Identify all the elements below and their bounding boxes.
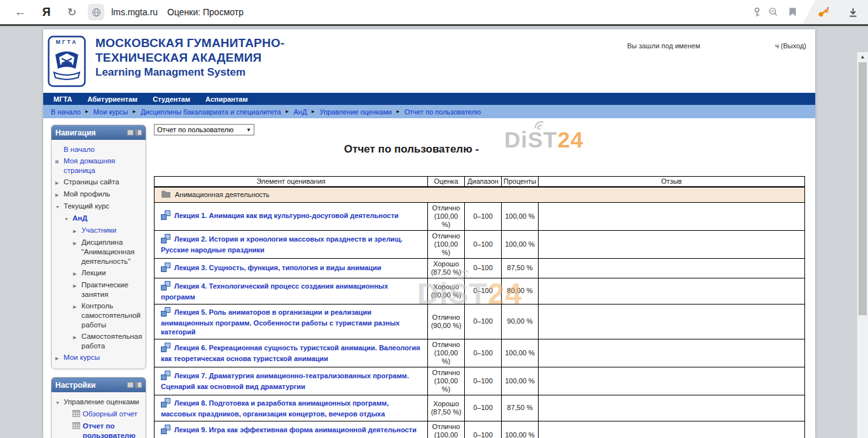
breadcrumb-link[interactable]: Дисциплины бакалавриата и специалитета <box>141 108 281 116</box>
navigation-item[interactable]: ▶Участники <box>55 224 143 236</box>
feedback-cell <box>539 230 805 258</box>
column-header: Оценка <box>428 177 465 187</box>
navigation-item[interactable]: В начало <box>55 144 143 155</box>
report-type-select[interactable]: Отчет по пользователю ▼ <box>154 124 254 135</box>
column-header: Отзыв <box>539 177 805 187</box>
navigation-item[interactable]: ▼АнД <box>55 212 143 224</box>
item-link[interactable]: Лекция 1. Анимация как вид культурно-дос… <box>174 212 399 219</box>
item-link[interactable]: Лекция 8. Подготовка и разработка анимац… <box>161 399 389 418</box>
grade-item-row: Лекция 5. Роль аниматоров в организации … <box>155 304 805 339</box>
report-select-value: Отчет по пользователю <box>157 126 246 133</box>
down-marker-icon[interactable]: ▼ <box>55 397 64 407</box>
yandex-logo[interactable]: Я <box>38 0 55 24</box>
navigation-block-header: Навигация <box>52 125 146 140</box>
breadcrumb-separator: ► <box>311 109 316 114</box>
right-marker-icon[interactable]: ▶ <box>73 268 81 278</box>
collapse-block-icon[interactable] <box>127 130 134 135</box>
navigation-block-title: Навигация <box>55 128 125 137</box>
navigation-item: ▶Практические занятия <box>55 279 143 300</box>
right-marker-icon[interactable]: ▶ <box>73 238 81 266</box>
bookmark-icon[interactable] <box>786 0 799 24</box>
nav-tab-студентам[interactable]: Студентам <box>153 95 190 103</box>
right-marker-icon[interactable]: ▶ <box>73 301 81 330</box>
settings-item[interactable]: Отчет по пользователю <box>55 420 143 438</box>
grade-cell: Отлично (90,00 %) <box>428 304 465 339</box>
percent-cell: 80,00 % <box>502 278 539 304</box>
navigation-item[interactable]: Моя домашняя страница <box>55 155 143 176</box>
item-link[interactable]: Лекция 6. Рекреационная сущность туристс… <box>161 344 420 362</box>
percent-cell: 100,00 % <box>502 421 539 438</box>
right-marker-icon[interactable]: ▶ <box>73 226 81 236</box>
academy-name-line1: МОСКОВСКАЯ ГУМАНИТАРНО- <box>95 36 284 50</box>
dock-block-icon[interactable] <box>135 130 142 135</box>
settings-item[interactable]: Обзорный отчет <box>55 408 143 420</box>
breadcrumb-link[interactable]: Управление оценками <box>320 108 392 116</box>
item-link[interactable]: Лекция 2. История и хронология массовых … <box>161 235 403 254</box>
key-icon[interactable] <box>750 0 763 24</box>
right-marker-icon[interactable]: ▶ <box>55 353 64 363</box>
back-icon[interactable]: ← <box>11 0 29 24</box>
right-marker-icon[interactable]: ▶ <box>55 189 64 200</box>
logout-link[interactable]: ч (Выход) <box>775 42 806 50</box>
site-page: МГТА МОСКОВСКАЯ ГУМАНИТАРНО- ТЕХНИЧЕСКАЯ… <box>43 29 815 438</box>
grade-item-row: Лекция 8. Подготовка и разработка анимац… <box>155 395 805 421</box>
item-name-cell: Лекция 4. Технологический процесс создан… <box>155 278 428 304</box>
no-marker <box>55 145 64 154</box>
item-link[interactable]: Лекция 5. Роль аниматоров в организации … <box>161 308 400 336</box>
vertical-scrollbar[interactable]: ▲ ▼ <box>857 52 868 438</box>
range-cell: 0–100 <box>465 395 502 421</box>
grade-cell: Отлично (100,00 %) <box>428 339 465 367</box>
nav-tab-мгта[interactable]: МГТА <box>53 95 72 103</box>
breadcrumb-link[interactable]: В начало <box>51 108 81 116</box>
item-link[interactable]: Лекция 3. Сущность, функция, типология и… <box>174 264 382 271</box>
navigation-item: ▶Дисциплина "Анимационная деятельность" <box>55 236 143 267</box>
dock-block-icon[interactable] <box>135 382 142 388</box>
site-globe-icon[interactable] <box>86 0 106 24</box>
settings-item: ▼Управление оценками <box>55 396 143 408</box>
percent-cell: 100,00 % <box>502 230 539 258</box>
item-link[interactable]: Лекция 9. Игра как эффективная форма ани… <box>161 426 417 438</box>
collapse-block-icon[interactable] <box>127 382 134 388</box>
breadcrumb-link[interactable]: АнД <box>294 108 307 116</box>
item-name-cell: Лекция 8. Подготовка и разработка анимац… <box>155 395 428 421</box>
address-url[interactable]: lms.mgta.ru <box>111 0 158 24</box>
academy-name: МОСКОВСКАЯ ГУМАНИТАРНО- ТЕХНИЧЕСКАЯ АКАД… <box>95 36 284 80</box>
download-icon[interactable] <box>844 0 861 24</box>
grade-cell: Отлично (100,00 %) <box>428 202 465 230</box>
refresh-icon[interactable]: ↻ <box>64 0 80 24</box>
lesson-icon <box>161 343 170 354</box>
item-link[interactable]: Лекция 7. Драматургия анимационно-театра… <box>161 372 409 390</box>
item-link[interactable]: Лекция 4. Технологический процесс создан… <box>161 282 388 301</box>
square-marker-icon <box>55 156 64 175</box>
sidebar: Навигация В началоМоя домашняя страница▶… <box>51 125 146 438</box>
range-cell: 0–100 <box>465 367 502 395</box>
password-alert-icon[interactable]: ! <box>816 0 832 24</box>
navigation-block: Навигация В началоМоя домашняя страница▶… <box>51 125 146 369</box>
navigation-item[interactable]: ▶Мои курсы <box>55 352 143 364</box>
right-marker-icon[interactable]: ▶ <box>73 280 81 299</box>
lesson-icon <box>161 425 170 436</box>
feedback-cell <box>539 258 805 278</box>
lesson-icon <box>161 210 170 222</box>
login-prefix: Вы зашли под именем <box>627 42 700 50</box>
right-marker-icon[interactable]: ▶ <box>55 177 64 188</box>
scroll-up-icon[interactable]: ▲ <box>857 53 868 62</box>
scrollbar-thumb[interactable] <box>858 62 867 315</box>
grade-item-row: Лекция 1. Анимация как вид культурно-дос… <box>155 202 805 230</box>
navigation-item-label: Самостоятельная работа <box>81 332 143 351</box>
zoom-icon[interactable] <box>767 0 780 24</box>
table-header-row: Элемент оцениванияОценкаДиапазонПроценты… <box>155 177 805 187</box>
nav-tab-аспирантам[interactable]: Аспирантам <box>205 95 247 103</box>
percent-cell: 100,00 % <box>502 202 539 230</box>
feedback-cell <box>539 421 805 438</box>
down-marker-icon[interactable]: ▼ <box>64 214 72 224</box>
grade-item-row: Лекция 2. История и хронология массовых … <box>155 230 805 258</box>
breadcrumb-link[interactable]: Отчет по пользователю <box>404 108 481 116</box>
breadcrumb-link[interactable]: Мои курсы <box>93 108 128 116</box>
item-name-cell: Лекция 1. Анимация как вид культурно-дос… <box>155 202 428 230</box>
down-marker-icon[interactable]: ▼ <box>55 202 64 212</box>
nav-tab-абитуриентам[interactable]: Абитуриентам <box>87 95 137 103</box>
page-body: Навигация В началоМоя домашняя страница▶… <box>43 118 815 438</box>
right-marker-icon[interactable]: ▶ <box>73 332 81 351</box>
grade-item-row: Лекция 4. Технологический процесс создан… <box>155 278 805 304</box>
